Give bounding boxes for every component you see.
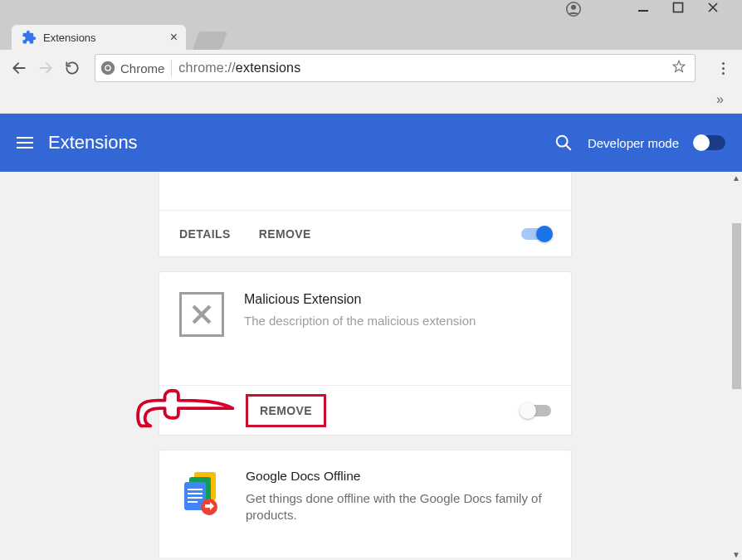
browser-tab[interactable]: Extensions × <box>12 25 186 50</box>
page-title: Extensions <box>48 132 138 153</box>
tab-strip: Extensions × <box>0 22 742 50</box>
details-button[interactable]: DETAILS <box>179 227 231 241</box>
svg-point-1 <box>571 5 576 10</box>
tab-close-icon[interactable]: × <box>170 30 178 45</box>
svg-rect-3 <box>674 3 683 12</box>
window-titlebar <box>0 0 742 22</box>
hamburger-icon[interactable] <box>17 137 33 149</box>
forward-button <box>37 59 55 77</box>
back-button[interactable] <box>10 59 28 77</box>
chrome-icon <box>100 61 115 75</box>
url-text: chrome://extensions <box>172 61 300 75</box>
svg-rect-2 <box>638 10 648 12</box>
puzzle-icon <box>22 30 37 45</box>
remove-button[interactable]: REMOVE <box>259 227 311 241</box>
minimize-icon[interactable] <box>637 2 649 20</box>
close-icon[interactable] <box>707 2 719 20</box>
remove-highlight-box: REMOVE <box>246 394 326 427</box>
extension-card: DETAILS REMOVE <box>159 172 572 257</box>
address-bar[interactable]: Chrome chrome://extensions <box>95 54 696 82</box>
reload-button[interactable] <box>63 59 81 77</box>
google-docs-icon <box>179 469 226 515</box>
extension-card-malicious: Malicious Extension The description of t… <box>159 271 572 436</box>
bookmark-star-icon[interactable] <box>671 59 686 77</box>
svg-rect-13 <box>188 497 203 499</box>
svg-rect-14 <box>188 501 198 503</box>
account-icon[interactable] <box>566 2 581 20</box>
scroll-up-icon[interactable]: ▲ <box>730 172 742 183</box>
scrollbar-thumb[interactable] <box>732 223 741 389</box>
browser-toolbar: Chrome chrome://extensions <box>0 50 742 86</box>
new-tab-button[interactable] <box>193 32 227 50</box>
svg-rect-12 <box>188 493 203 494</box>
chevron-overflow-icon[interactable]: » <box>716 92 724 107</box>
remove-button[interactable]: REMOVE <box>260 404 312 417</box>
developer-mode-label: Developer mode <box>588 136 679 150</box>
content-area: DETAILS REMOVE Malicious Extension The d… <box>0 172 730 560</box>
url-label: Chrome <box>120 60 172 76</box>
scrollbar[interactable]: ▲ ▼ <box>730 172 742 560</box>
tab-title: Extensions <box>43 32 96 44</box>
extension-enable-toggle[interactable] <box>521 228 551 240</box>
extension-name: Malicious Extension <box>244 292 476 307</box>
svg-rect-11 <box>188 489 203 490</box>
maximize-icon[interactable] <box>672 2 684 20</box>
scroll-down-icon[interactable]: ▼ <box>730 548 742 560</box>
extension-description: The description of the malicious extensi… <box>244 314 476 328</box>
extension-enable-toggle[interactable] <box>521 405 551 416</box>
browser-menu-button[interactable] <box>714 62 732 75</box>
extensions-header: Extensions Developer mode <box>0 114 742 172</box>
extension-description: Get things done offline with the Google … <box>246 490 551 524</box>
extension-name: Google Docs Offline <box>246 469 551 484</box>
extension-placeholder-icon <box>179 292 224 337</box>
pointing-hand-icon <box>134 383 238 441</box>
overflow-row: » <box>0 86 742 114</box>
svg-point-6 <box>106 66 110 71</box>
extension-card-google-docs: Google Docs Offline Get things done offl… <box>159 450 572 558</box>
search-icon[interactable] <box>554 134 573 152</box>
developer-mode-toggle[interactable] <box>694 135 725 150</box>
